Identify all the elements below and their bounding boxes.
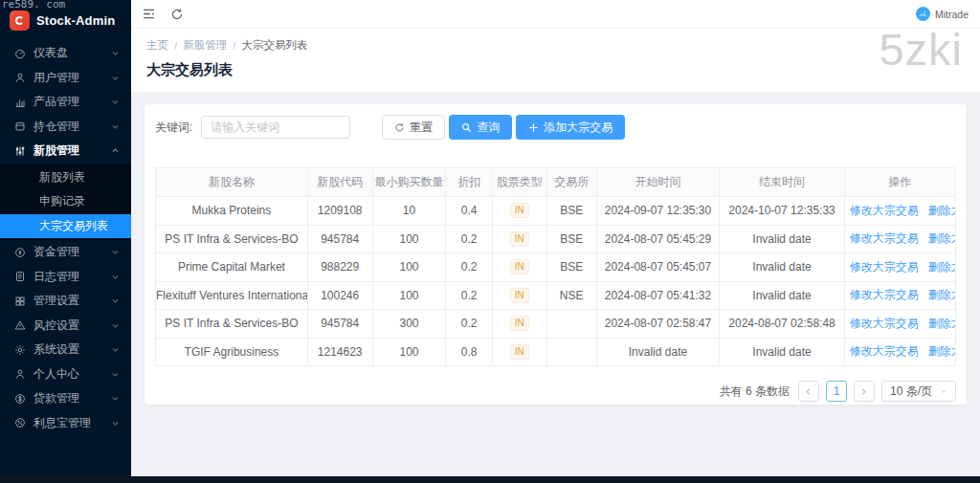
cell-end-time: Invalid date bbox=[720, 225, 844, 253]
cell-actions: 修改大宗交易删除大宗交易 bbox=[844, 338, 955, 366]
new-stocks-submenu: 新股列表 申购记录 大宗交易列表 bbox=[0, 164, 131, 241]
stock-type-badge: IN bbox=[510, 203, 529, 218]
table-row: Mukka Proteins 1209108 10 0.4 IN BSE 202… bbox=[156, 197, 956, 226]
edit-block-trade-link[interactable]: 修改大宗交易 bbox=[850, 344, 919, 358]
bar-chart-icon bbox=[14, 97, 26, 108]
sidebar-item-label: 仪表盘 bbox=[33, 45, 103, 61]
person-icon bbox=[14, 368, 26, 380]
breadcrumb-new-stock-mgmt[interactable]: 新股管理 bbox=[183, 38, 227, 53]
col-header-name: 新股名称 bbox=[156, 168, 308, 197]
edit-block-trade-link[interactable]: 修改大宗交易 bbox=[850, 288, 919, 301]
page-size-select[interactable]: 10 条/页 bbox=[881, 381, 956, 402]
breadcrumb-separator: / bbox=[174, 40, 177, 52]
delete-block-trade-link[interactable]: 删除大宗交易 bbox=[928, 317, 956, 330]
cell-min-qty: 100 bbox=[372, 225, 446, 253]
delete-block-trade-link[interactable]: 删除大宗交易 bbox=[928, 260, 956, 274]
chevron-right-icon bbox=[859, 387, 868, 396]
submenu-item-block-trade-list[interactable]: 大宗交易列表 bbox=[0, 214, 131, 239]
cell-start-time: Invalid date bbox=[596, 338, 720, 366]
sidebar-item-system-settings[interactable]: 系统设置 bbox=[0, 338, 131, 362]
sidebar-item-label: 资金管理 bbox=[33, 244, 103, 260]
collapse-menu-icon[interactable] bbox=[142, 7, 156, 21]
table-row: Flexituff Ventures International 100246 … bbox=[156, 281, 956, 310]
user-menu[interactable]: Mitrade bbox=[916, 7, 969, 21]
stock-type-badge: IN bbox=[510, 316, 529, 331]
delete-block-trade-link[interactable]: 删除大宗交易 bbox=[928, 288, 956, 301]
col-header-type: 股票类型 bbox=[492, 168, 546, 197]
table-row: Prime Capital Market 988229 100 0.2 IN B… bbox=[156, 253, 956, 282]
cell-code: 100246 bbox=[307, 281, 372, 310]
sidebar-item-positions[interactable]: 持仓管理 bbox=[0, 115, 131, 140]
delete-block-trade-link[interactable]: 删除大宗交易 bbox=[928, 344, 956, 358]
sidebar-item-users[interactable]: 用户管理 bbox=[0, 66, 131, 91]
search-label: 查询 bbox=[477, 120, 500, 136]
reset-button[interactable]: 重置 bbox=[382, 115, 445, 140]
yen-circle-icon bbox=[14, 247, 26, 258]
cell-type: IN bbox=[492, 197, 546, 226]
chevron-down-icon bbox=[111, 49, 120, 57]
add-label: 添加大宗交易 bbox=[544, 120, 612, 136]
cell-actions: 修改大宗交易删除大宗交易 bbox=[844, 197, 955, 226]
dashboard-icon bbox=[14, 48, 26, 59]
cell-discount: 0.4 bbox=[446, 197, 492, 226]
delete-block-trade-link[interactable]: 删除大宗交易 bbox=[928, 204, 956, 217]
sidebar-item-logs[interactable]: 日志管理 bbox=[0, 265, 131, 290]
edit-block-trade-link[interactable]: 修改大宗交易 bbox=[850, 231, 919, 245]
breadcrumb: 主页 / 新股管理 / 大宗交易列表 bbox=[146, 38, 965, 53]
sliders-icon bbox=[14, 145, 26, 157]
keyword-label: 关键词: bbox=[155, 120, 192, 136]
cell-actions: 修改大宗交易删除大宗交易 bbox=[844, 281, 955, 310]
edit-block-trade-link[interactable]: 修改大宗交易 bbox=[850, 260, 919, 274]
sidebar: Stock-Admin 仪表盘 用户管理 产品管理 持仓管理 bbox=[0, 0, 131, 483]
sidebar-item-funds[interactable]: 资金管理 bbox=[0, 240, 131, 265]
sidebar-item-interest-management[interactable]: 利息宝管理 bbox=[0, 411, 131, 436]
table-row: TGIF Agribusiness 1214623 100 0.8 IN Inv… bbox=[156, 338, 956, 366]
sidebar-item-label: 新股管理 bbox=[33, 143, 103, 159]
cell-discount: 0.2 bbox=[446, 310, 492, 339]
cell-exchange: NSE bbox=[546, 281, 596, 310]
next-page-button[interactable] bbox=[854, 381, 875, 402]
sidebar-item-personal-center[interactable]: 个人中心 bbox=[0, 362, 131, 387]
stock-type-badge: IN bbox=[510, 288, 529, 303]
col-header-discount: 折扣 bbox=[446, 168, 492, 197]
sidebar-item-dashboard[interactable]: 仪表盘 bbox=[0, 41, 131, 66]
cell-exchange bbox=[546, 338, 596, 366]
keyword-input[interactable] bbox=[201, 116, 350, 139]
refresh-icon[interactable] bbox=[170, 7, 185, 21]
sidebar-item-products[interactable]: 产品管理 bbox=[0, 90, 131, 115]
submenu-item-subscription-records[interactable]: 申购记录 bbox=[0, 189, 131, 214]
breadcrumb-home[interactable]: 主页 bbox=[146, 38, 168, 53]
search-icon bbox=[461, 122, 472, 133]
avatar bbox=[916, 7, 930, 21]
page-title: 大宗交易列表 bbox=[146, 61, 965, 79]
page-header: 主页 / 新股管理 / 大宗交易列表 大宗交易列表 bbox=[131, 29, 980, 92]
add-block-trade-button[interactable]: 添加大宗交易 bbox=[516, 115, 625, 140]
search-button[interactable]: 查询 bbox=[449, 115, 512, 140]
submenu-item-new-stock-list[interactable]: 新股列表 bbox=[0, 165, 131, 190]
col-header-actions: 操作 bbox=[844, 168, 955, 197]
prev-page-button[interactable] bbox=[798, 381, 819, 402]
cell-code: 1209108 bbox=[307, 197, 372, 226]
sidebar-item-label: 用户管理 bbox=[33, 70, 103, 86]
sidebar-item-label: 个人中心 bbox=[33, 366, 103, 383]
col-header-min-qty: 最小购买数量 bbox=[372, 168, 446, 197]
sidebar-item-loans[interactable]: 贷款管理 bbox=[0, 386, 131, 411]
edit-block-trade-link[interactable]: 修改大宗交易 bbox=[850, 317, 919, 330]
sidebar-item-new-stocks[interactable]: 新股管理 bbox=[0, 139, 131, 164]
delete-block-trade-link[interactable]: 删除大宗交易 bbox=[928, 231, 956, 245]
cell-name: Flexituff Ventures International bbox=[156, 281, 308, 310]
sidebar-item-label: 系统设置 bbox=[33, 341, 103, 358]
sidebar-item-risk-settings[interactable]: 风控设置 bbox=[0, 314, 131, 339]
pagination: 共有 6 条数据 1 10 条/页 bbox=[155, 381, 956, 402]
grid-icon bbox=[14, 296, 26, 307]
content-area: 关键词: 重置 查询 添加大宗交易 bbox=[131, 92, 980, 483]
chevron-down-icon bbox=[111, 321, 120, 330]
cell-actions: 修改大宗交易删除大宗交易 bbox=[844, 310, 955, 339]
edit-block-trade-link[interactable]: 修改大宗交易 bbox=[850, 204, 919, 217]
sidebar-item-label: 管理设置 bbox=[33, 293, 103, 309]
plus-icon bbox=[528, 122, 539, 133]
stock-type-badge: IN bbox=[510, 259, 529, 274]
page-number-button[interactable]: 1 bbox=[826, 381, 847, 402]
sidebar-item-admin-settings[interactable]: 管理设置 bbox=[0, 289, 131, 314]
chevron-down-icon bbox=[111, 419, 120, 428]
